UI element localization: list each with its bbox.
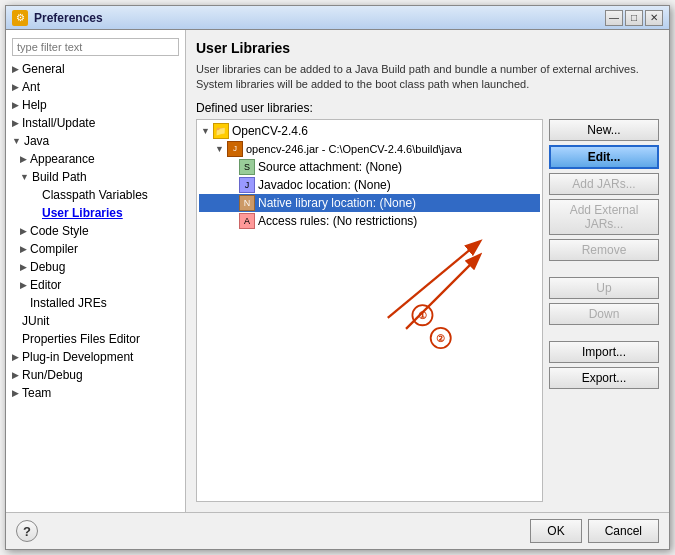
expand-arrow: ▶ bbox=[20, 262, 27, 272]
lib-item-opencv-jar[interactable]: ▼ J opencv-246.jar - C:\OpenCV-2.4.6\bui… bbox=[199, 140, 540, 158]
sidebar-item-code-style[interactable]: ▶ Code Style bbox=[6, 222, 185, 240]
add-jars-button[interactable]: Add JARs... bbox=[549, 173, 659, 195]
ok-button[interactable]: OK bbox=[530, 519, 581, 543]
filter-input[interactable] bbox=[12, 38, 179, 56]
titlebar-buttons: — □ ✕ bbox=[605, 10, 663, 26]
expand-arrow: ▶ bbox=[12, 370, 19, 380]
sidebar-item-editor[interactable]: ▶ Editor bbox=[6, 276, 185, 294]
content-area: ▶ General ▶ Ant ▶ Help ▶ Install/Update … bbox=[6, 30, 669, 512]
sidebar-item-properties-files-editor[interactable]: ▶ Properties Files Editor bbox=[6, 330, 185, 348]
expand-arrow: ▶ bbox=[12, 388, 19, 398]
access-icon: A bbox=[239, 213, 255, 229]
sidebar-item-install-update[interactable]: ▶ Install/Update bbox=[6, 114, 185, 132]
sidebar-item-junit[interactable]: ▶ JUnit bbox=[6, 312, 185, 330]
export-button[interactable]: Export... bbox=[549, 367, 659, 389]
edit-button[interactable]: Edit... bbox=[549, 145, 659, 169]
sidebar-item-help[interactable]: ▶ Help bbox=[6, 96, 185, 114]
main-panel: User Libraries User libraries can be add… bbox=[186, 30, 669, 512]
maximize-button[interactable]: □ bbox=[625, 10, 643, 26]
close-button[interactable]: ✕ bbox=[645, 10, 663, 26]
sidebar-item-ant[interactable]: ▶ Ant bbox=[6, 78, 185, 96]
cancel-button[interactable]: Cancel bbox=[588, 519, 659, 543]
sidebar-item-team[interactable]: ▶ Team bbox=[6, 384, 185, 402]
sidebar-item-installed-jres[interactable]: ▶ Installed JREs bbox=[6, 294, 185, 312]
expand-arrow: ▶ bbox=[12, 64, 19, 74]
preferences-window: ⚙ Preferences — □ ✕ ▶ General ▶ Ant ▶ He… bbox=[5, 5, 670, 550]
add-external-jars-button[interactable]: Add External JARs... bbox=[549, 199, 659, 235]
sidebar-item-appearance[interactable]: ▶ Appearance bbox=[6, 150, 185, 168]
lib-tree-wrapper: ▼ 📁 OpenCV-2.4.6 ▼ J opencv-246.jar - C:… bbox=[196, 119, 543, 502]
lib-item-native-library[interactable]: ▶ N Native library location: (None) bbox=[199, 194, 540, 212]
native-icon: N bbox=[239, 195, 255, 211]
remove-button[interactable]: Remove bbox=[549, 239, 659, 261]
expand-arrow: ▶ bbox=[20, 226, 27, 236]
javadoc-icon: J bbox=[239, 177, 255, 193]
sidebar-item-debug[interactable]: ▶ Debug bbox=[6, 258, 185, 276]
bottom-bar: ? OK Cancel bbox=[6, 512, 669, 549]
jar-icon: J bbox=[227, 141, 243, 157]
expand-arrow: ▶ bbox=[20, 280, 27, 290]
expand-arrow: ▶ bbox=[12, 100, 19, 110]
expand-arrow: ▼ bbox=[20, 172, 29, 182]
sidebar-item-user-libraries[interactable]: ▶ User Libraries bbox=[6, 204, 185, 222]
right-buttons: New... Edit... Add JARs... Add External … bbox=[549, 119, 659, 502]
new-button[interactable]: New... bbox=[549, 119, 659, 141]
expand-arrow: ▼ bbox=[12, 136, 21, 146]
expand-arrow: ▶ bbox=[12, 352, 19, 362]
expand-arrow: ▶ bbox=[12, 118, 19, 128]
help-button[interactable]: ? bbox=[16, 520, 38, 542]
lib-section: ▼ 📁 OpenCV-2.4.6 ▼ J opencv-246.jar - C:… bbox=[196, 119, 659, 502]
sidebar-item-classpath-variables[interactable]: ▶ Classpath Variables bbox=[6, 186, 185, 204]
lib-item-access-rules[interactable]: ▶ A Access rules: (No restrictions) bbox=[199, 212, 540, 230]
sidebar-item-general[interactable]: ▶ General bbox=[6, 60, 185, 78]
sidebar-item-build-path[interactable]: ▼ Build Path bbox=[6, 168, 185, 186]
defined-label: Defined user libraries: bbox=[196, 101, 659, 115]
panel-title: User Libraries bbox=[196, 40, 659, 56]
expand-arrow: ▶ bbox=[12, 82, 19, 92]
sidebar-item-compiler[interactable]: ▶ Compiler bbox=[6, 240, 185, 258]
lib-item-javadoc-location[interactable]: ▶ J Javadoc location: (None) bbox=[199, 176, 540, 194]
down-button[interactable]: Down bbox=[549, 303, 659, 325]
lib-item-opencv246[interactable]: ▼ 📁 OpenCV-2.4.6 bbox=[199, 122, 540, 140]
titlebar: ⚙ Preferences — □ ✕ bbox=[6, 6, 669, 30]
sidebar: ▶ General ▶ Ant ▶ Help ▶ Install/Update … bbox=[6, 30, 186, 512]
expand-arrow: ▶ bbox=[20, 154, 27, 164]
sidebar-item-run-debug[interactable]: ▶ Run/Debug bbox=[6, 366, 185, 384]
source-icon: S bbox=[239, 159, 255, 175]
folder-icon: 📁 bbox=[213, 123, 229, 139]
expand-arrow: ▶ bbox=[20, 244, 27, 254]
expand-arrow: ▼ bbox=[201, 126, 210, 136]
lib-item-source-attachment[interactable]: ▶ S Source attachment: (None) bbox=[199, 158, 540, 176]
sidebar-item-java[interactable]: ▼ Java bbox=[6, 132, 185, 150]
window-title: Preferences bbox=[34, 11, 605, 25]
minimize-button[interactable]: — bbox=[605, 10, 623, 26]
lib-tree[interactable]: ▼ 📁 OpenCV-2.4.6 ▼ J opencv-246.jar - C:… bbox=[196, 119, 543, 502]
up-button[interactable]: Up bbox=[549, 277, 659, 299]
window-icon: ⚙ bbox=[12, 10, 28, 26]
import-button[interactable]: Import... bbox=[549, 341, 659, 363]
expand-arrow: ▼ bbox=[215, 144, 224, 154]
sidebar-item-plugin-development[interactable]: ▶ Plug-in Development bbox=[6, 348, 185, 366]
panel-description: User libraries can be added to a Java Bu… bbox=[196, 62, 659, 93]
